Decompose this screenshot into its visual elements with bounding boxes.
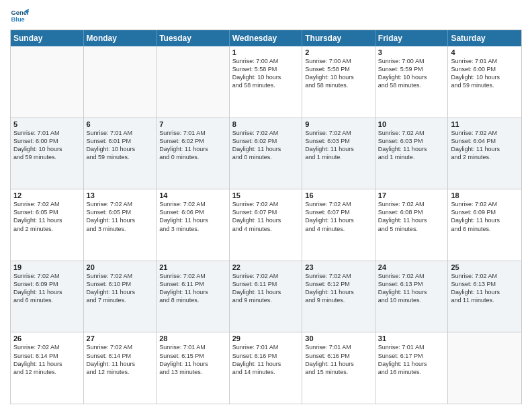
day-info: Sunrise: 7:00 AMSunset: 5:58 PMDaylight:… xyxy=(232,57,300,90)
day-number: 1 xyxy=(232,48,300,56)
header-day-wednesday: Wednesday xyxy=(230,30,303,46)
week-row-4: 19Sunrise: 7:02 AMSunset: 6:09 PMDayligh… xyxy=(11,261,521,332)
day-info: Sunrise: 7:01 AMSunset: 6:16 PMDaylight:… xyxy=(232,343,300,376)
day-cell-18: 18Sunrise: 7:02 AMSunset: 6:09 PMDayligh… xyxy=(448,189,521,261)
day-info: Sunrise: 7:02 AMSunset: 6:03 PMDaylight:… xyxy=(305,129,372,162)
day-cell-20: 20Sunrise: 7:02 AMSunset: 6:10 PMDayligh… xyxy=(84,261,157,332)
day-number: 28 xyxy=(159,334,226,342)
day-number: 10 xyxy=(378,120,445,128)
header: General Blue xyxy=(10,7,522,26)
calendar: SundayMondayTuesdayWednesdayThursdayFrid… xyxy=(10,30,522,404)
day-number: 26 xyxy=(13,334,81,342)
day-number: 11 xyxy=(451,120,519,128)
header-day-thursday: Thursday xyxy=(302,30,375,46)
week-row-3: 12Sunrise: 7:02 AMSunset: 6:05 PMDayligh… xyxy=(11,189,521,261)
day-cell-30: 30Sunrise: 7:01 AMSunset: 6:16 PMDayligh… xyxy=(302,332,375,404)
day-info: Sunrise: 7:01 AMSunset: 6:01 PMDaylight:… xyxy=(87,129,154,162)
day-cell-10: 10Sunrise: 7:02 AMSunset: 6:03 PMDayligh… xyxy=(375,118,449,189)
day-info: Sunrise: 7:02 AMSunset: 6:03 PMDaylight:… xyxy=(378,129,445,162)
day-info: Sunrise: 7:02 AMSunset: 6:08 PMDaylight:… xyxy=(378,200,445,233)
page: General Blue SundayMondayTuesdayWednesda… xyxy=(0,0,532,411)
day-number: 8 xyxy=(232,120,300,128)
day-number: 21 xyxy=(159,263,226,271)
svg-text:Blue: Blue xyxy=(11,16,25,23)
day-number: 2 xyxy=(305,48,372,56)
day-number: 6 xyxy=(87,120,154,128)
week-row-1: 1Sunrise: 7:00 AMSunset: 5:58 PMDaylight… xyxy=(11,46,521,118)
day-cell-9: 9Sunrise: 7:02 AMSunset: 6:03 PMDaylight… xyxy=(302,118,375,189)
day-number: 31 xyxy=(378,334,445,342)
day-cell-3: 3Sunrise: 7:00 AMSunset: 5:59 PMDaylight… xyxy=(375,46,449,118)
day-info: Sunrise: 7:02 AMSunset: 6:14 PMDaylight:… xyxy=(87,343,154,376)
day-number: 9 xyxy=(305,120,372,128)
logo-icon: General Blue xyxy=(10,7,29,26)
day-number: 15 xyxy=(232,191,300,199)
empty-cell xyxy=(448,332,521,404)
day-cell-1: 1Sunrise: 7:00 AMSunset: 5:58 PMDaylight… xyxy=(230,46,303,118)
day-number: 16 xyxy=(305,191,372,199)
day-cell-12: 12Sunrise: 7:02 AMSunset: 6:05 PMDayligh… xyxy=(11,189,84,261)
day-info: Sunrise: 7:02 AMSunset: 6:13 PMDaylight:… xyxy=(378,272,445,305)
day-number: 17 xyxy=(378,191,445,199)
empty-cell xyxy=(11,46,84,118)
day-number: 3 xyxy=(378,48,445,56)
day-cell-5: 5Sunrise: 7:01 AMSunset: 6:00 PMDaylight… xyxy=(11,118,84,189)
header-day-monday: Monday xyxy=(84,30,157,46)
week-row-2: 5Sunrise: 7:01 AMSunset: 6:00 PMDaylight… xyxy=(11,118,521,189)
day-cell-16: 16Sunrise: 7:02 AMSunset: 6:07 PMDayligh… xyxy=(302,189,375,261)
day-number: 25 xyxy=(451,263,519,271)
day-cell-22: 22Sunrise: 7:02 AMSunset: 6:11 PMDayligh… xyxy=(230,261,303,332)
day-number: 18 xyxy=(451,191,519,199)
day-cell-31: 31Sunrise: 7:01 AMSunset: 6:17 PMDayligh… xyxy=(375,332,449,404)
day-info: Sunrise: 7:02 AMSunset: 6:10 PMDaylight:… xyxy=(87,272,154,305)
day-number: 30 xyxy=(305,334,372,342)
day-cell-19: 19Sunrise: 7:02 AMSunset: 6:09 PMDayligh… xyxy=(11,261,84,332)
day-info: Sunrise: 7:01 AMSunset: 6:15 PMDaylight:… xyxy=(159,343,226,376)
day-cell-6: 6Sunrise: 7:01 AMSunset: 6:01 PMDaylight… xyxy=(84,118,157,189)
day-info: Sunrise: 7:01 AMSunset: 6:02 PMDaylight:… xyxy=(159,129,226,162)
calendar-body: 1Sunrise: 7:00 AMSunset: 5:58 PMDaylight… xyxy=(11,46,521,404)
day-cell-17: 17Sunrise: 7:02 AMSunset: 6:08 PMDayligh… xyxy=(375,189,449,261)
day-cell-29: 29Sunrise: 7:01 AMSunset: 6:16 PMDayligh… xyxy=(230,332,303,404)
day-info: Sunrise: 7:02 AMSunset: 6:04 PMDaylight:… xyxy=(451,129,519,162)
day-cell-14: 14Sunrise: 7:02 AMSunset: 6:06 PMDayligh… xyxy=(157,189,230,261)
empty-cell xyxy=(84,46,157,118)
day-info: Sunrise: 7:02 AMSunset: 6:09 PMDaylight:… xyxy=(451,200,519,233)
day-info: Sunrise: 7:02 AMSunset: 6:13 PMDaylight:… xyxy=(451,272,519,305)
day-info: Sunrise: 7:01 AMSunset: 6:00 PMDaylight:… xyxy=(13,129,81,162)
day-cell-25: 25Sunrise: 7:02 AMSunset: 6:13 PMDayligh… xyxy=(448,261,521,332)
day-cell-28: 28Sunrise: 7:01 AMSunset: 6:15 PMDayligh… xyxy=(157,332,230,404)
day-info: Sunrise: 7:01 AMSunset: 6:17 PMDaylight:… xyxy=(378,343,445,376)
day-number: 12 xyxy=(13,191,81,199)
day-number: 5 xyxy=(13,120,81,128)
day-number: 23 xyxy=(305,263,372,271)
day-cell-26: 26Sunrise: 7:02 AMSunset: 6:14 PMDayligh… xyxy=(11,332,84,404)
day-info: Sunrise: 7:02 AMSunset: 6:07 PMDaylight:… xyxy=(232,200,300,233)
header-day-friday: Friday xyxy=(375,30,449,46)
day-info: Sunrise: 7:02 AMSunset: 6:09 PMDaylight:… xyxy=(13,272,81,305)
day-cell-7: 7Sunrise: 7:01 AMSunset: 6:02 PMDaylight… xyxy=(157,118,230,189)
day-number: 27 xyxy=(87,334,154,342)
day-cell-2: 2Sunrise: 7:00 AMSunset: 5:58 PMDaylight… xyxy=(302,46,375,118)
day-number: 13 xyxy=(87,191,154,199)
header-day-tuesday: Tuesday xyxy=(157,30,230,46)
day-number: 29 xyxy=(232,334,300,342)
day-info: Sunrise: 7:02 AMSunset: 6:14 PMDaylight:… xyxy=(13,343,81,376)
week-row-5: 26Sunrise: 7:02 AMSunset: 6:14 PMDayligh… xyxy=(11,332,521,404)
day-info: Sunrise: 7:01 AMSunset: 6:16 PMDaylight:… xyxy=(305,343,372,376)
day-info: Sunrise: 7:01 AMSunset: 6:00 PMDaylight:… xyxy=(451,57,519,90)
header-day-sunday: Sunday xyxy=(11,30,84,46)
day-cell-15: 15Sunrise: 7:02 AMSunset: 6:07 PMDayligh… xyxy=(230,189,303,261)
day-info: Sunrise: 7:02 AMSunset: 6:05 PMDaylight:… xyxy=(87,200,154,233)
day-info: Sunrise: 7:02 AMSunset: 6:11 PMDaylight:… xyxy=(159,272,226,305)
calendar-header: SundayMondayTuesdayWednesdayThursdayFrid… xyxy=(11,30,521,46)
day-info: Sunrise: 7:02 AMSunset: 6:12 PMDaylight:… xyxy=(305,272,372,305)
day-cell-4: 4Sunrise: 7:01 AMSunset: 6:00 PMDaylight… xyxy=(448,46,521,118)
day-info: Sunrise: 7:02 AMSunset: 6:11 PMDaylight:… xyxy=(232,272,300,305)
day-number: 19 xyxy=(13,263,81,271)
day-cell-21: 21Sunrise: 7:02 AMSunset: 6:11 PMDayligh… xyxy=(157,261,230,332)
day-number: 14 xyxy=(159,191,226,199)
day-cell-27: 27Sunrise: 7:02 AMSunset: 6:14 PMDayligh… xyxy=(84,332,157,404)
logo: General Blue xyxy=(10,7,32,26)
day-cell-23: 23Sunrise: 7:02 AMSunset: 6:12 PMDayligh… xyxy=(302,261,375,332)
